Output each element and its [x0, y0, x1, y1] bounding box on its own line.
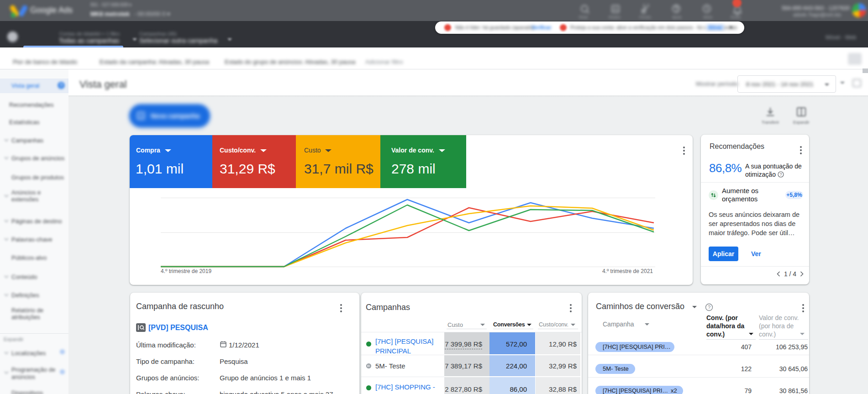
svg-text:4.º trimestre de 2021: 4.º trimestre de 2021 [602, 268, 653, 274]
svg-text:?: ? [708, 305, 710, 310]
svg-text:?: ? [779, 172, 782, 177]
svg-text:4.º trimestre de 2019: 4.º trimestre de 2019 [161, 268, 211, 274]
